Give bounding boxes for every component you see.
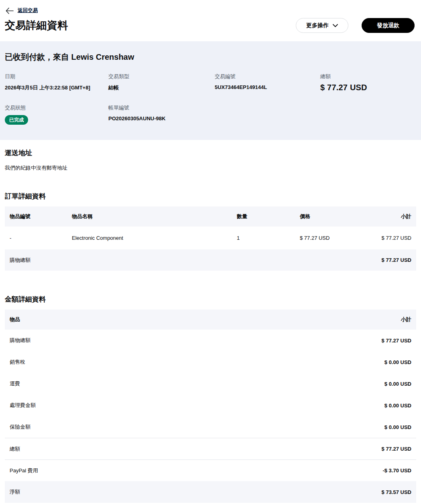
order-details-table: 物品編號 物品名稱 數量 價格 小計 - Electronic Componen… <box>5 206 416 271</box>
field-date-label: 日期 <box>5 73 108 80</box>
amount-row-purchase-total: 購物總額 $ 77.27 USD <box>5 330 416 351</box>
field-transaction-type-label: 交易類型 <box>108 73 215 80</box>
order-item-name: Electronic Component <box>72 235 237 241</box>
field-invoice-id: 帳單編號 PO20260305AUNU-98K <box>108 104 215 125</box>
amount-row-gross-total: 總額 $ 77.27 USD <box>5 438 416 459</box>
amount-row-shipping-fee: 運費 $ 0.00 USD <box>5 373 416 395</box>
amount-row-label: 保險金額 <box>10 423 31 431</box>
amount-row-value: $ 73.57 USD <box>382 489 411 495</box>
summary-fields-row-2: 交易狀態 已完成 帳單編號 PO20260305AUNU-98K <box>5 104 416 125</box>
field-invoice-id-value: PO20260305AUNU-98K <box>108 115 215 121</box>
field-transaction-type-value: 結帳 <box>108 84 215 91</box>
field-transaction-id: 交易編號 5UX73464EP149144L <box>215 73 320 92</box>
chevron-down-icon <box>333 24 338 27</box>
amount-row-value: $ 77.27 USD <box>382 338 411 344</box>
page-header: 交易詳細資料 更多操作 發放退款 <box>0 14 421 33</box>
amount-row-value: $ 0.00 USD <box>384 359 411 365</box>
amount-row-label: 運費 <box>10 380 20 387</box>
amount-row-label: 購物總額 <box>10 337 31 344</box>
back-row: 返回交易 <box>0 0 421 14</box>
order-table-header: 物品編號 物品名稱 數量 價格 小計 <box>5 206 416 227</box>
purchase-total-label: 購物總額 <box>10 257 31 264</box>
amount-col-subtotal: 小計 <box>401 316 411 323</box>
field-invoice-id-label: 帳單編號 <box>108 104 215 111</box>
order-item-price: $ 77.27 USD <box>300 235 364 241</box>
order-table-row: - Electronic Component 1 $ 77.27 USD $ 7… <box>5 227 416 249</box>
order-col-quantity: 數量 <box>237 213 300 220</box>
more-actions-label: 更多操作 <box>306 22 329 29</box>
page-title: 交易詳細資料 <box>5 18 68 32</box>
order-item-id: - <box>10 235 72 241</box>
amount-table-header: 物品 小計 <box>5 310 416 330</box>
purchase-total-value: $ 77.27 USD <box>382 257 411 263</box>
amount-details-section: 金額詳細資料 物品 小計 購物總額 $ 77.27 USD 銷售稅 $ 0.00… <box>0 295 421 503</box>
amount-row-label: 銷售稅 <box>10 358 25 366</box>
amount-row-label: PayPal 費用 <box>10 467 38 474</box>
amount-row-label: 處理費金額 <box>10 402 36 409</box>
field-transaction-id-value: 5UX73464EP149144L <box>215 84 320 90</box>
amount-row-handling-fee: 處理費金額 $ 0.00 USD <box>5 395 416 416</box>
order-table-footer: 購物總額 $ 77.27 USD <box>5 249 416 271</box>
order-details-heading: 訂單詳細資料 <box>5 192 416 201</box>
back-arrow-icon[interactable] <box>6 8 14 14</box>
field-date-value: 2026年3月5日 上午3:22:58 [GMT+8] <box>5 84 108 91</box>
payment-summary-heading: 已收到付款，來自 Lewis Crenshaw <box>5 52 416 63</box>
status-badge: 已完成 <box>5 115 28 125</box>
amount-row-value: $ 77.27 USD <box>382 446 411 452</box>
field-gross-amount: 總額 $ 77.27 USD <box>320 73 416 92</box>
amount-row-insurance: 保險金額 $ 0.00 USD <box>5 416 416 438</box>
shipping-address-text: 我們的紀錄中沒有郵寄地址 <box>5 164 416 172</box>
order-col-price: 價格 <box>300 213 364 220</box>
amount-row-value: $ 0.00 USD <box>384 381 411 387</box>
amount-row-paypal-fee: PayPal 費用 -$ 3.70 USD <box>5 459 416 481</box>
amount-row-sales-tax: 銷售稅 $ 0.00 USD <box>5 351 416 373</box>
issue-refund-button[interactable]: 發放退款 <box>362 18 415 33</box>
amount-row-value: $ 0.00 USD <box>384 424 411 430</box>
amount-row-value: -$ 3.70 USD <box>382 468 411 474</box>
order-col-item-name: 物品名稱 <box>72 213 237 220</box>
amount-details-table: 物品 小計 購物總額 $ 77.27 USD 銷售稅 $ 0.00 USD 運費… <box>5 310 416 503</box>
order-item-quantity: 1 <box>237 235 300 241</box>
amount-details-heading: 金額詳細資料 <box>5 295 416 304</box>
payment-summary-panel: 已收到付款，來自 Lewis Crenshaw 日期 2026年3月5日 上午3… <box>0 41 421 140</box>
shipping-address-section: 運送地址 我們的紀錄中沒有郵寄地址 <box>0 148 421 172</box>
field-date: 日期 2026年3月5日 上午3:22:58 [GMT+8] <box>5 73 108 92</box>
amount-row-value: $ 0.00 USD <box>384 403 411 409</box>
field-gross-amount-label: 總額 <box>320 73 416 80</box>
more-actions-button[interactable]: 更多操作 <box>296 18 348 33</box>
field-transaction-type: 交易類型 結帳 <box>108 73 215 92</box>
field-gross-amount-value: $ 77.27 USD <box>320 83 416 92</box>
order-col-item-id: 物品編號 <box>10 213 72 220</box>
amount-row-net-amount: 淨額 $ 73.57 USD <box>5 481 416 503</box>
shipping-address-heading: 運送地址 <box>5 148 416 158</box>
field-transaction-status: 交易狀態 已完成 <box>5 104 108 125</box>
order-details-section: 訂單詳細資料 物品編號 物品名稱 數量 價格 小計 - Electronic C… <box>0 192 421 271</box>
amount-col-item: 物品 <box>10 316 20 323</box>
transaction-details-page: 返回交易 交易詳細資料 更多操作 發放退款 已收到付款，來自 Lewis Cre… <box>0 0 421 504</box>
header-actions: 更多操作 發放退款 <box>296 18 415 33</box>
field-transaction-id-label: 交易編號 <box>215 73 320 80</box>
amount-row-label: 總額 <box>10 445 20 453</box>
order-item-subtotal: $ 77.27 USD <box>364 235 411 241</box>
order-col-subtotal: 小計 <box>364 213 411 220</box>
amount-row-label: 淨額 <box>10 488 20 496</box>
summary-fields-row-1: 日期 2026年3月5日 上午3:22:58 [GMT+8] 交易類型 結帳 交… <box>5 73 416 92</box>
back-to-transactions-link[interactable]: 返回交易 <box>18 7 38 14</box>
field-transaction-status-label: 交易狀態 <box>5 104 108 111</box>
